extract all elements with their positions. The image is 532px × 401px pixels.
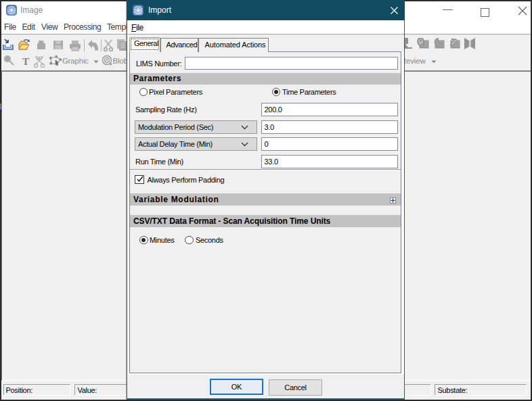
svg-text:T: T	[22, 56, 29, 67]
